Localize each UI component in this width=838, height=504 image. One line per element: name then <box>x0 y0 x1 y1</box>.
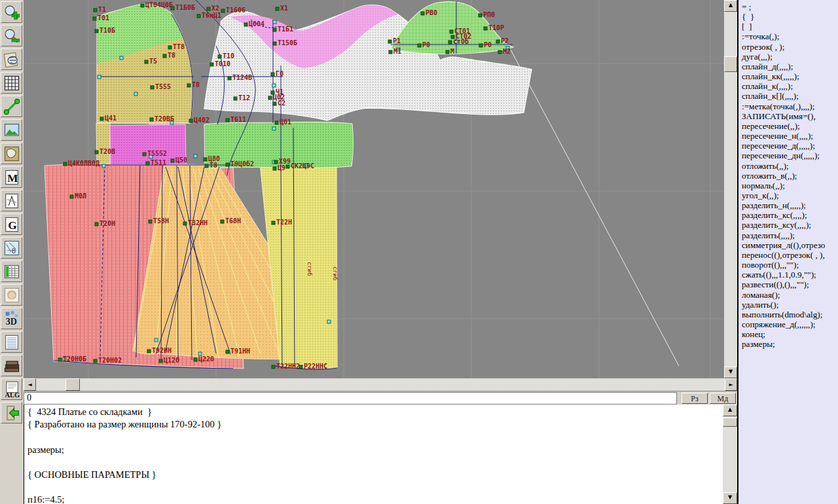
command-item[interactable]: отложить_в(,,); <box>742 171 838 181</box>
canvas-horizontal-scrollbar[interactable]: ◄ ► <box>24 378 737 391</box>
command-item[interactable]: пересечение(,,); <box>742 121 838 131</box>
point-marker[interactable] <box>171 7 174 10</box>
command-item[interactable]: размеры; <box>742 339 838 349</box>
command-item[interactable]: ломаная(); <box>742 290 838 300</box>
scroll-down-button[interactable]: ▼ <box>724 367 737 378</box>
point-marker[interactable] <box>275 121 278 124</box>
toolbar-button-alg-document[interactable]: ALG <box>1 378 22 400</box>
point-marker[interactable] <box>145 60 148 63</box>
command-item[interactable]: = ; <box>742 2 838 12</box>
point-marker[interactable] <box>484 27 487 30</box>
point-marker[interactable] <box>446 50 449 54</box>
point-marker[interactable] <box>226 163 229 166</box>
algorithm-editor[interactable]: { 4324 Платье со складками }{ Разработан… <box>24 405 723 504</box>
pattern-canvas[interactable]: Т1Т01Т10БЦТ04Ц0БТ1Б0БХ2Т1606Т6нЦ1Ц004Х1Т… <box>24 0 724 378</box>
point-marker[interactable] <box>276 7 279 10</box>
razmery-button[interactable]: Рз <box>682 393 708 404</box>
point-marker[interactable] <box>189 119 192 122</box>
point-marker[interactable] <box>168 46 172 49</box>
command-item[interactable]: сплайн_к(,,,,); <box>742 81 838 91</box>
point-marker[interactable] <box>183 222 187 225</box>
toolbar-button-model-photo[interactable] <box>1 284 22 306</box>
vertical-scroll-thumb[interactable] <box>724 56 737 72</box>
toolbar-button-pan-sheet[interactable] <box>1 48 22 70</box>
point-marker[interactable] <box>218 55 221 58</box>
command-item[interactable]: пересечение_дн(,,,,,); <box>742 151 838 160</box>
reference-point-marker[interactable] <box>98 75 101 79</box>
toolbar-button-image[interactable] <box>1 119 22 141</box>
point-marker[interactable] <box>448 41 452 44</box>
point-marker[interactable] <box>272 221 275 225</box>
reference-point-marker[interactable] <box>134 92 137 96</box>
toolbar-button-size-list[interactable] <box>1 331 22 353</box>
command-item[interactable]: развести((),(),,,""); <box>742 279 838 289</box>
reference-point-marker[interactable] <box>102 164 105 168</box>
horizontal-scroll-thumb[interactable] <box>65 378 80 391</box>
toolbar-button-table[interactable] <box>1 261 22 282</box>
toolbar-button-document-m[interactable]: M <box>1 166 22 188</box>
reference-point-marker[interactable] <box>120 56 123 60</box>
point-marker[interactable] <box>226 350 229 353</box>
scroll-up-button[interactable]: ▲ <box>724 0 737 12</box>
point-marker[interactable] <box>418 44 421 47</box>
point-marker[interactable] <box>498 50 501 54</box>
point-marker[interactable] <box>147 350 151 353</box>
point-marker[interactable] <box>205 164 208 168</box>
point-marker[interactable] <box>272 365 275 369</box>
point-marker[interactable] <box>207 7 210 10</box>
command-item[interactable]: конец; <box>742 329 838 339</box>
toolbar-button-pattern-card[interactable] <box>1 143 22 164</box>
toolbar-button-exit-arrow[interactable] <box>1 402 22 423</box>
point-marker[interactable] <box>163 54 166 58</box>
point-marker[interactable] <box>228 77 231 80</box>
point-marker[interactable] <box>274 160 278 164</box>
point-marker[interactable] <box>93 17 96 20</box>
reference-point-marker[interactable] <box>272 127 276 130</box>
command-item[interactable]: ЗАПИСАТЬ(имя=(), <box>742 111 838 121</box>
toolbar-button-zoom-out[interactable] <box>1 25 22 46</box>
point-marker[interactable] <box>388 40 392 43</box>
command-item[interactable]: сплайн_кк(,,,,,); <box>742 71 838 81</box>
point-marker[interactable] <box>210 63 213 66</box>
point-marker[interactable] <box>159 359 162 363</box>
command-item[interactable]: { } <box>742 12 838 22</box>
command-item[interactable]: пересечение_н(,,,,); <box>742 131 838 141</box>
point-marker[interactable] <box>479 14 482 17</box>
point-marker[interactable] <box>244 23 247 26</box>
point-marker[interactable] <box>146 162 149 165</box>
point-marker[interactable] <box>299 365 302 369</box>
command-item[interactable]: сплайн_д(,,,,); <box>742 62 838 71</box>
point-marker[interactable] <box>496 40 500 43</box>
point-marker[interactable] <box>94 9 97 12</box>
reference-point-marker[interactable] <box>327 320 331 323</box>
toolbar-button-books[interactable] <box>1 355 22 376</box>
reference-point-marker[interactable] <box>272 84 276 87</box>
command-item[interactable]: разделить_н(,,,,,); <box>742 200 838 210</box>
point-marker[interactable] <box>58 358 62 361</box>
point-marker[interactable] <box>171 159 174 162</box>
command-item[interactable]: угол_к(,,); <box>742 190 838 200</box>
point-marker[interactable] <box>268 96 272 99</box>
toolbar-button-drafting[interactable] <box>1 190 22 211</box>
point-marker[interactable] <box>273 42 276 45</box>
point-marker[interactable] <box>194 358 197 361</box>
point-marker[interactable] <box>95 151 98 154</box>
reference-point-marker[interactable] <box>273 20 276 24</box>
point-marker[interactable] <box>143 153 146 156</box>
command-item[interactable]: нормаль(,,); <box>742 181 838 190</box>
editor-vertical-scrollbar[interactable]: ▲ ▼ <box>723 405 737 504</box>
toolbar-button-segment[interactable] <box>1 96 22 117</box>
command-item[interactable]: :=точка(,); <box>742 31 838 41</box>
command-item[interactable]: отложить(,,); <box>742 161 838 171</box>
command-item[interactable]: отрезок( , ); <box>742 42 838 52</box>
command-item[interactable]: удалить(); <box>742 300 838 310</box>
scroll-up-button[interactable]: ▲ <box>723 405 737 416</box>
command-item[interactable]: дуга(,,,); <box>742 52 838 62</box>
command-item[interactable]: разделить(,,,,); <box>742 230 838 240</box>
command-item[interactable]: [ ] <box>742 22 838 31</box>
point-marker[interactable] <box>100 117 103 120</box>
canvas-vertical-scrollbar[interactable]: ▲ ▼ <box>724 0 737 378</box>
point-marker[interactable] <box>197 14 200 18</box>
toolbar-button-zoom-in[interactable] <box>1 1 22 23</box>
command-item[interactable]: выполнить(dmod\alg); <box>742 310 838 319</box>
